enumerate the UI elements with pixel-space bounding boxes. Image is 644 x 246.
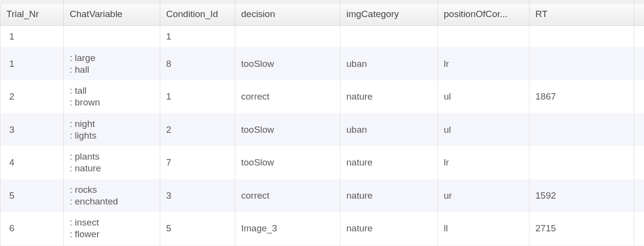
cell-position[interactable]: lr xyxy=(438,47,530,81)
col-header-rt[interactable]: RT xyxy=(530,4,634,26)
col-header-decision[interactable]: decision xyxy=(235,4,341,26)
cell-extra[interactable] xyxy=(634,146,644,179)
cell-extra[interactable] xyxy=(634,179,644,212)
cell-decision[interactable]: correct xyxy=(235,80,341,113)
cell-chat_var[interactable] xyxy=(64,26,160,47)
cell-chat_var[interactable]: : night : lights xyxy=(64,113,160,146)
cell-chat_var[interactable]: : insect : flower xyxy=(64,212,160,245)
table-row[interactable]: 6: insect : flower5Image_3naturell2715 xyxy=(0,212,644,245)
cell-condition_id[interactable]: 7 xyxy=(160,146,235,179)
cell-extra[interactable] xyxy=(634,212,644,245)
cell-chat_var[interactable]: : tall : brown xyxy=(64,80,160,113)
header-spacer xyxy=(0,0,644,4)
cell-img_category[interactable]: nature xyxy=(341,80,438,113)
cell-img_category[interactable]: uban xyxy=(341,47,438,81)
cell-condition_id[interactable]: 3 xyxy=(160,179,235,212)
data-table[interactable]: Trial_Nr ChatVariable Condition_Id decis… xyxy=(0,0,644,246)
cell-condition_id[interactable]: 8 xyxy=(160,47,235,81)
cell-extra[interactable] xyxy=(634,113,644,146)
cell-condition_id[interactable]: 1 xyxy=(160,26,235,47)
cell-decision[interactable]: tooSlow xyxy=(235,47,341,81)
cell-decision[interactable] xyxy=(235,26,341,47)
table-body: 111: large : hall8tooSlowubanlr2: tall :… xyxy=(0,26,644,246)
cell-trial_nr[interactable]: 4 xyxy=(0,146,64,179)
cell-rt[interactable]: 1592 xyxy=(530,179,634,212)
cell-position[interactable]: ur xyxy=(438,179,530,212)
cell-rt[interactable] xyxy=(530,146,634,179)
cell-chat_var[interactable]: : rocks : enchanted xyxy=(64,179,160,212)
cell-rt[interactable]: 1867 xyxy=(530,80,634,113)
cell-rt[interactable] xyxy=(530,47,634,81)
table-row[interactable]: 3: night : lights2tooSlowubanul xyxy=(0,113,644,146)
cell-condition_id[interactable]: 5 xyxy=(160,212,235,245)
col-header-trial-nr[interactable]: Trial_Nr xyxy=(0,4,64,26)
cell-extra[interactable] xyxy=(634,80,644,113)
table-row[interactable]: 2: tall : brown1correctnatureul1867 xyxy=(0,80,644,113)
header-row: Trial_Nr ChatVariable Condition_Id decis… xyxy=(0,4,644,26)
cell-decision[interactable]: tooSlow xyxy=(235,146,341,179)
col-header-extra[interactable] xyxy=(634,4,644,26)
cell-decision[interactable]: tooSlow xyxy=(235,113,341,146)
cell-img_category[interactable]: nature xyxy=(341,179,438,212)
cell-rt[interactable] xyxy=(530,113,634,146)
col-header-condition-id[interactable]: Condition_Id xyxy=(160,4,235,26)
cell-condition_id[interactable]: 2 xyxy=(160,113,235,146)
cell-extra[interactable] xyxy=(634,47,644,81)
cell-position[interactable]: ll xyxy=(438,212,530,245)
cell-chat_var[interactable]: : plants : nature xyxy=(64,146,160,179)
table-row[interactable]: 4: plants : nature7tooSlownaturelr xyxy=(0,146,644,179)
cell-trial_nr[interactable]: 1 xyxy=(0,47,64,81)
col-header-position[interactable]: positionOfCor... xyxy=(438,4,530,26)
cell-trial_nr[interactable]: 3 xyxy=(0,113,64,146)
cell-decision[interactable]: Image_3 xyxy=(235,212,341,245)
cell-position[interactable]: ul xyxy=(438,80,530,113)
cell-img_category[interactable] xyxy=(341,26,438,47)
col-header-imgcategory[interactable]: imgCategory xyxy=(341,4,438,26)
cell-img_category[interactable]: nature xyxy=(341,212,438,245)
cell-trial_nr[interactable]: 1 xyxy=(0,26,64,47)
cell-extra[interactable] xyxy=(634,26,644,47)
cell-trial_nr[interactable]: 2 xyxy=(0,80,64,113)
cell-rt[interactable] xyxy=(530,26,634,47)
cell-condition_id[interactable]: 1 xyxy=(160,80,235,113)
cell-decision[interactable]: correct xyxy=(235,179,341,212)
cell-trial_nr[interactable]: 6 xyxy=(0,212,64,245)
cell-position[interactable] xyxy=(438,26,530,47)
cell-img_category[interactable]: nature xyxy=(341,146,438,179)
cell-position[interactable]: lr xyxy=(438,146,530,179)
cell-chat_var[interactable]: : large : hall xyxy=(64,47,160,81)
col-header-chatvariable[interactable]: ChatVariable xyxy=(64,4,160,26)
table-row[interactable]: 11 xyxy=(0,26,644,47)
table-row[interactable]: 1: large : hall8tooSlowubanlr xyxy=(0,47,644,81)
cell-rt[interactable]: 2715 xyxy=(530,212,634,245)
cell-trial_nr[interactable]: 5 xyxy=(0,179,64,212)
table-row[interactable]: 5: rocks : enchanted3correctnatureur1592 xyxy=(0,179,644,212)
cell-img_category[interactable]: uban xyxy=(341,113,438,146)
cell-position[interactable]: ul xyxy=(438,113,530,146)
